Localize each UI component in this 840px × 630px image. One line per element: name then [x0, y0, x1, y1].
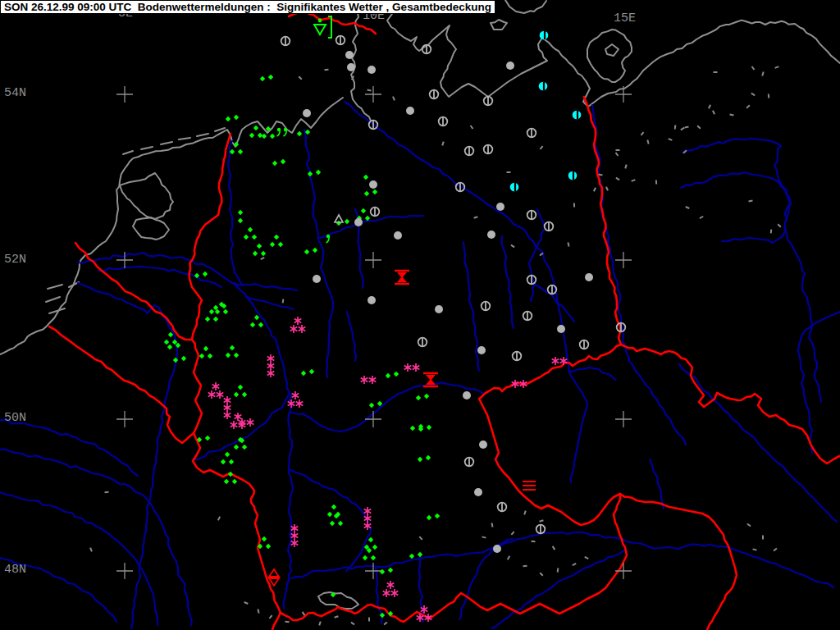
symbol-rain-light: [272, 159, 285, 166]
wadden-island: [123, 151, 133, 154]
terrain-mark: [686, 207, 690, 208]
grid-cross: [615, 86, 632, 103]
symbol-station-cyan: [573, 111, 582, 120]
terrain-mark: [553, 546, 555, 550]
terrain-mark: [616, 153, 619, 156]
grid-label-48n: 48N: [4, 563, 26, 577]
terrain-mark: [594, 188, 596, 191]
terrain-mark: [540, 520, 544, 521]
grid-cross: [615, 411, 632, 427]
river-aller: [320, 216, 423, 238]
terrain-mark: [511, 532, 514, 535]
symbol-cloud-open: [336, 36, 345, 45]
terrain-mark: [709, 105, 710, 108]
symbol-snow-column: [291, 524, 299, 547]
grid-label-54n: 54N: [4, 86, 26, 100]
terrain-mark: [540, 573, 542, 576]
terrain-mark: [685, 127, 689, 128]
river-werra: [347, 312, 356, 361]
river-waal: [98, 267, 221, 287]
symbol-overcast: [585, 273, 593, 281]
border-nl-de: [189, 134, 231, 340]
symbol-snow-column: [364, 507, 372, 530]
ruegen-island: [587, 30, 632, 82]
terrain-mark: [482, 536, 486, 537]
symbol-overcast: [463, 391, 471, 399]
terrain-mark: [491, 523, 492, 527]
symbol-cloud-open: [498, 503, 507, 512]
terrain-mark: [778, 224, 781, 226]
symbol-rain-light: [197, 436, 210, 442]
river-saale: [463, 242, 479, 371]
symbol-rain-light: [416, 394, 429, 400]
symbol-rain-moderate: [244, 227, 257, 240]
terrain-mark: [730, 115, 734, 116]
wadden-island: [161, 142, 172, 144]
symbol-overcast: [496, 203, 504, 211]
symbol-overcast: [368, 66, 376, 74]
terrain-mark: [669, 139, 673, 140]
terrain-mark: [474, 217, 478, 218]
symbol-overcast: [394, 231, 402, 240]
river-elbe-cz: [569, 368, 615, 380]
terrain-mark: [511, 245, 514, 248]
river-spree: [533, 284, 574, 322]
terrain-mark: [471, 126, 473, 129]
symbol-cloud-open: [422, 45, 431, 54]
terrain-mark: [299, 76, 302, 80]
symbol-cloud-open: [465, 147, 474, 156]
terrain-mark: [625, 165, 626, 169]
symbol-overcast: [487, 231, 495, 239]
ijsselmeer: [120, 173, 173, 219]
symbol-cloud-open: [418, 338, 427, 347]
zeeland-island: [46, 297, 60, 302]
terrain-mark: [218, 517, 221, 520]
symbol-cloud-open: [545, 222, 554, 231]
symbol-rain-moderate: [253, 244, 266, 256]
border-cz-at: [620, 494, 737, 630]
border-ch: [272, 613, 281, 630]
symbol-cloud-open: [482, 302, 491, 311]
symbol-snow-moderate: [383, 581, 399, 597]
grid-cross: [116, 411, 133, 427]
symbol-drizzle-single: [326, 235, 331, 243]
river-lippe: [234, 283, 297, 290]
grid-cross: [365, 252, 381, 268]
symbol-station-cyan: [539, 82, 548, 91]
symbol-snow-column: [224, 396, 231, 419]
wadden-island: [215, 128, 225, 131]
terrain-mark: [647, 140, 648, 144]
symbol-rain-light: [226, 115, 239, 121]
terrain-mark: [749, 201, 753, 202]
terrain-mark: [368, 89, 372, 90]
symbol-station-cyan: [510, 183, 519, 192]
symbol-snow-light: [404, 363, 420, 372]
border-at-de: [281, 494, 627, 622]
terrain-mark: [384, 622, 387, 624]
river-lech: [419, 557, 423, 622]
border-de-cz: [479, 345, 621, 525]
symbol-rain-single: [363, 175, 368, 180]
terrain-mark: [599, 174, 603, 175]
terrain-mark: [713, 111, 714, 114]
terrain-mark: [523, 566, 527, 567]
grid-cross: [116, 563, 133, 579]
river-maas: [78, 283, 177, 628]
symbol-cloud-open: [281, 37, 290, 46]
symbol-snow-moderate: [290, 317, 306, 333]
terrain-mark: [393, 97, 395, 101]
terrain-mark: [675, 126, 676, 130]
river-neckar: [289, 469, 371, 571]
symbol-overcast: [557, 325, 565, 333]
river-elbe: [345, 102, 587, 482]
terrain-mark: [751, 66, 754, 70]
symbol-rain-moderate: [234, 437, 247, 450]
symbol-drizzle: [277, 128, 288, 136]
symbol-cloud-open: [617, 323, 626, 332]
river-main: [291, 383, 484, 432]
terrain-mark: [540, 253, 543, 255]
ruegen-inner: [605, 44, 619, 56]
terrain-mark: [335, 616, 339, 618]
terrain-mark: [774, 548, 777, 550]
terrain-mark: [616, 178, 619, 180]
